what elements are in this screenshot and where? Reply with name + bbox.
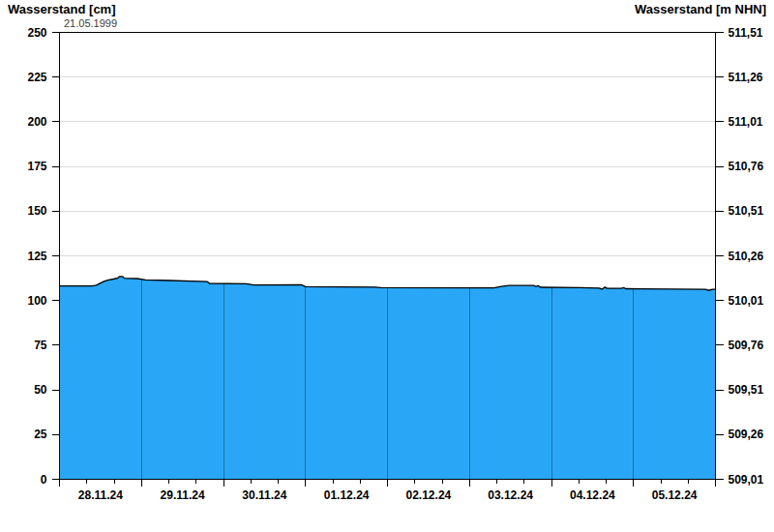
y-right-tick-label: 509,01 (729, 473, 764, 487)
y-left-tick-label: 25 (34, 428, 47, 441)
y-right-tick-label: 509,26 (729, 428, 764, 441)
x-tick-label: 05.12.24 (652, 488, 698, 502)
y-right-tick-label: 511,26 (729, 71, 763, 84)
x-tick-label: 29.11.24 (161, 488, 205, 502)
y-left-tick-label: 150 (27, 204, 46, 218)
y-left-tick-label: 225 (27, 71, 46, 84)
x-tick-label: 30.11.24 (242, 488, 286, 502)
x-tick-label: 03.12.24 (488, 488, 533, 502)
y-left-tick-label: 0 (41, 473, 47, 487)
water-level-area-chart: 0509,0125509,2650509,5175509,76100510,01… (0, 0, 774, 532)
y-right-tick-label: 511,01 (729, 115, 763, 129)
y-left-tick-label: 100 (27, 294, 46, 308)
y-left-tick-label: 50 (34, 383, 47, 397)
y-left-tick-label: 250 (27, 26, 46, 40)
y-right-tick-label: 511,51 (729, 26, 763, 40)
y-right-tick-label: 509,51 (729, 383, 764, 397)
y-right-tick-label: 509,76 (729, 339, 764, 352)
x-tick-label: 04.12.24 (570, 488, 615, 502)
y-right-tick-label: 510,76 (729, 160, 764, 173)
y-left-tick-label: 200 (27, 115, 46, 129)
plot-area: 0509,0125509,2650509,5175509,76100510,01… (27, 26, 763, 502)
x-tick-label: 28.11.24 (78, 488, 123, 502)
water-level-chart-window: Wasserstand [cm] Wasserstand [m NHN] 21.… (0, 0, 774, 532)
y-left-tick-label: 75 (34, 339, 47, 352)
y-right-tick-label: 510,51 (729, 204, 764, 218)
y-left-tick-label: 125 (27, 250, 46, 263)
x-tick-label: 01.12.24 (324, 488, 370, 502)
y-right-tick-label: 510,26 (729, 250, 764, 263)
y-left-tick-label: 175 (27, 160, 46, 173)
y-right-tick-label: 510,01 (729, 294, 764, 308)
x-tick-label: 02.12.24 (406, 488, 452, 502)
